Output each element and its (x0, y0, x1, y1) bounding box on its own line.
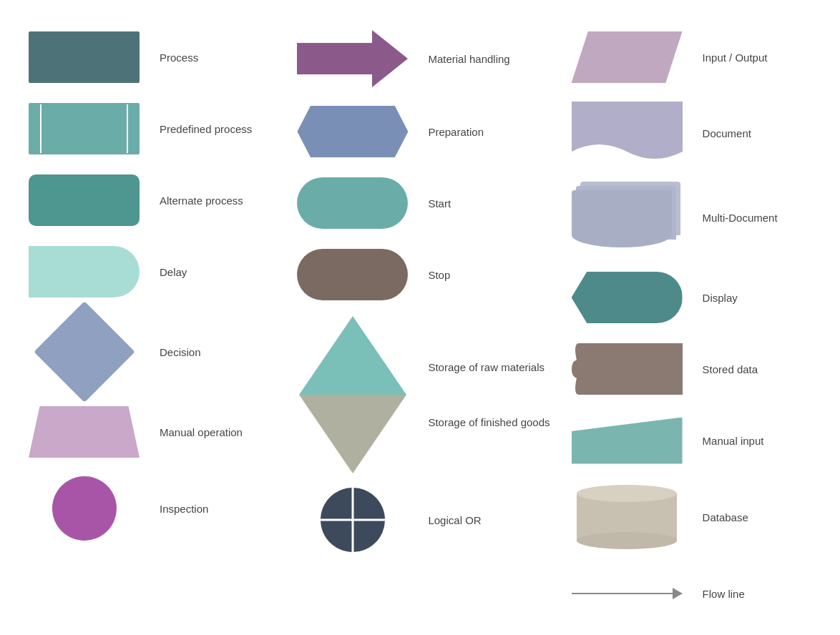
list-item: Stored data (557, 333, 826, 405)
shape-logical-or-container (290, 488, 415, 552)
flow-line-shape (572, 583, 683, 604)
list-item: Decision (14, 307, 283, 396)
list-item: Document (557, 93, 826, 173)
list-item: Alternate process (14, 164, 283, 236)
list-item: Display (557, 262, 826, 333)
legend-grid: Process Predefined process Alternate pro… (14, 21, 826, 629)
process-shape (29, 31, 140, 83)
shape-delay-container (21, 246, 147, 297)
list-item: Logical OR (283, 479, 557, 561)
shape-database-container (565, 485, 690, 549)
shape-material-handling-container (290, 30, 415, 87)
column-3: Input / Output Document Multi-Document (557, 21, 826, 629)
shape-alternate-container (21, 174, 147, 226)
multi-document-shape (572, 182, 683, 253)
list-item: Inspection (14, 468, 283, 549)
stop-label: Stop (428, 269, 450, 281)
shape-manual-input-container (565, 418, 690, 464)
decision-shape (34, 301, 135, 402)
list-item: Storage of raw materials Storage of fini… (283, 310, 557, 479)
alternate-label: Alternate process (160, 195, 243, 207)
shape-document-container (565, 102, 690, 164)
shape-stop-container (290, 249, 415, 300)
list-item: Multi-Document (557, 173, 826, 262)
list-item: Delay (14, 236, 283, 307)
stored-data-label: Stored data (703, 363, 758, 375)
display-shape (572, 272, 683, 323)
manual-op-label: Manual operation (160, 426, 243, 438)
preparation-label: Preparation (428, 126, 484, 138)
shape-storage-container (290, 316, 415, 473)
shape-display-container (565, 272, 690, 323)
stop-shape (297, 249, 408, 300)
manual-input-shape (572, 418, 683, 464)
manual-input-label: Manual input (703, 435, 764, 447)
shape-decision-container (21, 316, 147, 388)
shape-start-container (290, 177, 415, 229)
storage-finished-shape (299, 395, 406, 473)
shape-inspection-container (21, 476, 147, 541)
column-2: Material handling Preparation Start Stop (283, 21, 557, 629)
display-label: Display (703, 292, 738, 304)
document-label: Document (703, 127, 751, 139)
list-item: Flow line (557, 558, 826, 629)
storage-raw-shape (299, 316, 406, 395)
list-item: Manual operation (14, 396, 283, 468)
io-shape (572, 31, 683, 83)
shape-preparation-container (290, 106, 415, 157)
material-handling-label: Material handling (428, 53, 509, 65)
list-item: Database (557, 476, 826, 558)
list-item: Input / Output (557, 21, 826, 93)
shape-manual-op-container (21, 406, 147, 458)
storage-raw-label: Storage of raw materials (428, 361, 550, 373)
stored-data-shape (572, 343, 683, 395)
predefined-label: Predefined process (160, 123, 252, 135)
process-label: Process (160, 51, 198, 64)
logical-or-shape (321, 488, 385, 552)
shape-process-container (21, 31, 147, 83)
delay-label: Delay (160, 266, 187, 278)
database-shape (577, 485, 677, 549)
storage-labels: Storage of raw materials Storage of fini… (428, 361, 550, 428)
database-label: Database (703, 511, 748, 523)
inspection-shape (52, 476, 117, 541)
storage-finished-label: Storage of finished goods (428, 416, 550, 428)
list-item: Process (14, 21, 283, 93)
material-handling-shape (297, 30, 408, 87)
list-item: Preparation (283, 96, 557, 167)
shape-multidoc-container (565, 182, 690, 253)
multi-document-label: Multi-Document (703, 212, 778, 224)
flow-line-label: Flow line (703, 588, 745, 600)
io-label: Input / Output (703, 51, 768, 64)
alternate-shape (29, 174, 140, 226)
manual-op-shape (29, 406, 140, 458)
list-item: Manual input (557, 405, 826, 476)
list-item: Material handling (283, 21, 557, 96)
column-1: Process Predefined process Alternate pro… (14, 21, 283, 629)
document-shape (572, 102, 683, 164)
shape-stored-data-container (565, 343, 690, 395)
inspection-label: Inspection (160, 503, 208, 515)
list-item: Stop (283, 239, 557, 310)
decision-label: Decision (160, 346, 201, 358)
start-shape (297, 177, 408, 229)
list-item: Start (283, 167, 557, 239)
shape-flow-line-container (565, 583, 690, 604)
predefined-shape (29, 103, 140, 154)
preparation-shape (297, 106, 408, 157)
shape-predefined-container (21, 103, 147, 154)
shape-io-container (565, 31, 690, 83)
start-label: Start (428, 197, 451, 210)
delay-shape (29, 246, 140, 297)
list-item: Predefined process (14, 93, 283, 164)
logical-or-label: Logical OR (428, 514, 481, 526)
